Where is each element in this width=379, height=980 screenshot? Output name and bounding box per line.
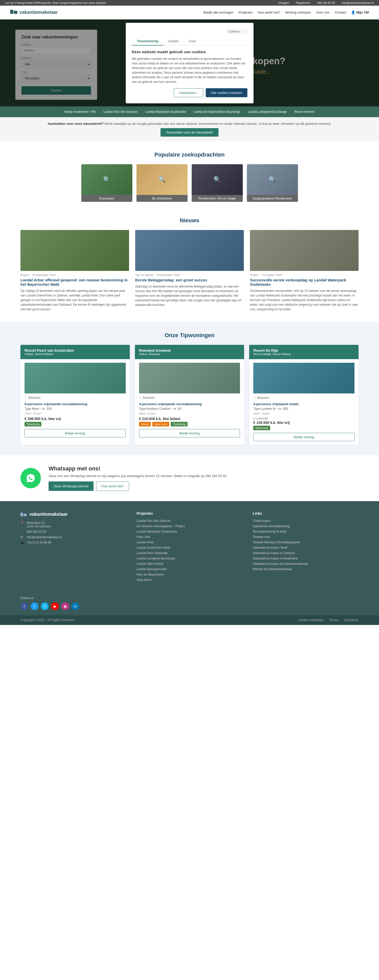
project-link-2[interactable]: De Veluwse Hoevegaarde – Project	[136, 524, 185, 528]
copyright-links: Cookie instellingen Privacy Disclaimer	[298, 618, 358, 622]
footer-email[interactable]: ✉ info@vakantiemakelaar.nl	[21, 535, 126, 539]
copyright-text: Copyright © 2025 – All Rights Reserved	[21, 618, 75, 622]
newsletter-button[interactable]: Aanmelden voor de nieuwsbrief	[160, 128, 218, 137]
news-title-2[interactable]: Eerste Beleggersdag: een groot succes	[135, 278, 244, 282]
linkedin-icon[interactable]: in	[71, 603, 79, 610]
project-link-10[interactable]: Landal Sprengerhaide	[136, 567, 167, 571]
footer-link-4[interactable]: Tweede huis	[253, 535, 270, 539]
search-card-strand[interactable]: 🔍 Bij strand/zee	[136, 164, 187, 202]
news-text-2: Zaterdag 14 december vond de allereerste…	[135, 284, 244, 307]
cookie-instellingen-link[interactable]: Cookie instellingen	[298, 618, 324, 622]
aanpassen-button[interactable]: Aanpassen ›	[174, 88, 203, 97]
footer-link-2[interactable]: Hypotheek recreatiewoning	[253, 524, 290, 528]
project-link-6[interactable]: Landal Grotelsche Heide	[136, 546, 170, 549]
footer-link-7[interactable]: Vakantiehuís kopen in Zeeland	[253, 551, 295, 555]
site-logo[interactable]: vakantiemakelaar	[10, 8, 58, 17]
bekijk-woning-2[interactable]: Bekijk woning	[139, 429, 240, 438]
location-nexta[interactable]: Nexta rendement + 6%	[64, 110, 96, 114]
search-card-rendement[interactable]: 🔍 Rendement: 4% en hoger	[192, 164, 243, 202]
project-link-7[interactable]: Landal Klein Oisterwijk	[136, 551, 167, 555]
location-parc[interactable]: Landal Parc des Sources	[103, 110, 138, 114]
nav-hoe-werkt[interactable]: Hoe werkt het?	[258, 11, 280, 14]
alle-cookies-button[interactable]: Alle cookies toestaan	[206, 88, 247, 97]
nav-woningen[interactable]: Bekijk alle woningen	[203, 11, 233, 14]
news-date-1: 23 december 2024	[32, 274, 56, 277]
email-link[interactable]: info@vakantiemakelaar.nl	[342, 1, 374, 4]
tip-tags-1: Tipwoning	[25, 422, 126, 426]
tip-img-2	[139, 363, 240, 393]
email-icon: ✉	[21, 535, 25, 539]
location-icon: 📍	[21, 521, 25, 525]
bewaren-2[interactable]: ♡ Bewaren	[139, 396, 240, 399]
tip-desc-2: 4-persoons vrijstaande recreatiewoning	[139, 402, 240, 406]
project-link-8[interactable]: Landal Landgoed Bourtange	[136, 557, 175, 560]
news-meta-2: Tips en advies 19 december 2024	[135, 274, 244, 277]
footer-link-6[interactable]: Vakantiehuís kopen Texel	[253, 546, 287, 549]
bewaren-3[interactable]: ♡ Bewaren	[253, 396, 354, 399]
tip-header-2: Roompot Ameland Hollum, Ameland	[135, 345, 244, 359]
list-item: Landal Klein Oisterwijk	[136, 551, 242, 555]
tab-toestemming[interactable]: Toestemming	[132, 37, 163, 46]
search-card-duurzaam[interactable]: 🔍 Duurzaam	[81, 164, 132, 202]
nav-mijn-vm[interactable]: 👤 Mijn VM	[351, 11, 369, 14]
twitter-icon[interactable]: t	[31, 603, 38, 610]
location-oudehaske[interactable]: Landal Waterpark Oudehaske	[146, 110, 186, 114]
footer-link-3[interactable]: Recreatiewoning te koop	[253, 530, 287, 533]
project-link-3[interactable]: Landal Waterpark Oudehaske	[136, 530, 177, 533]
svg-text:Cookiebot: Cookiebot	[228, 30, 239, 33]
project-link-5[interactable]: Landal Arber	[136, 541, 154, 544]
list-item: Landal Sprengerhaide	[136, 567, 242, 571]
hoe-werkt-button[interactable]: Hoe werkt het?	[96, 481, 129, 491]
vimeo-icon[interactable]: V	[41, 603, 49, 610]
instagram-icon[interactable]: ◉	[61, 603, 69, 610]
tip-price-1: € 299.500 k.k. btw vrij	[25, 417, 126, 421]
popular-searches-section: Populaire zoekopdrachten 🔍 Duurzaam 🔍 Bi…	[0, 141, 379, 212]
news-img-1	[21, 230, 129, 271]
nav-over-ons[interactable]: Over ons	[316, 11, 330, 14]
nav-projecten[interactable]: Projecten	[238, 11, 252, 14]
footer-link-10[interactable]: Werken bij Vakantiemakelaar	[253, 567, 292, 571]
nav-contact[interactable]: Contact	[335, 11, 346, 14]
bekijk-woning-3[interactable]: Bekijk woning	[253, 433, 354, 441]
list-item: De Veluwse Hoevegaarde – Project	[136, 524, 242, 528]
svg-rect-0	[10, 10, 13, 14]
news-category-1: Project	[21, 274, 29, 277]
cookie-buttons: Aanpassen › Alle cookies toestaan	[132, 88, 247, 97]
search-card-gegarandeerd[interactable]: 🔍 Gegarandeerd Rendement	[247, 164, 298, 202]
disclaimer-link[interactable]: Disclaimer	[344, 618, 358, 622]
mobile-icon: 📱	[21, 541, 25, 544]
tab-over[interactable]: Over	[184, 37, 201, 46]
footer-mobile[interactable]: 📱 +31 6 13 44 80 85	[21, 541, 126, 544]
phone-link[interactable]: 088 184 55 55	[317, 1, 335, 4]
project-link-1[interactable]: Landal Parc des Sources	[136, 519, 171, 523]
privacy-link[interactable]: Privacy	[329, 618, 339, 622]
footer-phone[interactable]: 📞 088 184 55 55	[21, 530, 126, 534]
footer-link-8[interactable]: Vakantiehuís kopen in Nederland	[253, 557, 298, 560]
nav-verkopen[interactable]: Woning verkopen	[285, 11, 311, 14]
news-title-1[interactable]: Landal Arber officieel geopend: een nieu…	[21, 278, 129, 286]
tab-details[interactable]: Details	[163, 37, 184, 46]
location-baarschelse[interactable]: Landal De Baarschelse Buurlange	[194, 110, 240, 114]
project-link-11[interactable]: Parc de Maasmeren	[136, 573, 164, 576]
youtube-icon[interactable]: ▶	[51, 603, 59, 610]
list-item: Hypotheek recreatiewoning	[253, 524, 358, 528]
location-bourtange[interactable]: Landal Landgoed Buurtange	[248, 110, 287, 114]
project-link-12[interactable]: Vista Marts	[136, 578, 152, 582]
footer-link-1[interactable]: Chalet kopen	[253, 519, 271, 523]
footer-link-9[interactable]: Vakantiehuís kopen bij Vakantiemakelaar	[253, 562, 308, 566]
bekijk-woning-1[interactable]: Bekijk woning	[25, 429, 126, 438]
svg-rect-5	[21, 513, 23, 516]
tip-price-3: € 139.500 k.k. btw vrij	[253, 420, 354, 425]
inloggen-link[interactable]: Inloggen	[278, 1, 289, 4]
registreren-link[interactable]: Registreren	[296, 1, 311, 4]
location-arnhem[interactable]: Resort Arnhem	[294, 110, 315, 114]
top-bar: Let op! U belegt buiten AFM-toezicht. Ge…	[0, 0, 379, 6]
footer-link-5[interactable]: Tweede Woning Informatiegesprek	[253, 541, 300, 544]
facebook-icon[interactable]: f	[21, 603, 28, 610]
news-title-3[interactable]: Succesvolle eerste verkoopdag op Landal …	[250, 278, 358, 286]
stuur-whatsapp-button[interactable]: Stuur Whatsapp bericht	[49, 481, 94, 491]
project-link-4[interactable]: Klein Vink	[136, 535, 150, 539]
project-link-9[interactable]: Landal Olde Kottink	[136, 562, 163, 566]
bewaren-1[interactable]: ♡ Bewaren	[25, 396, 126, 399]
svg-rect-6	[24, 514, 27, 516]
